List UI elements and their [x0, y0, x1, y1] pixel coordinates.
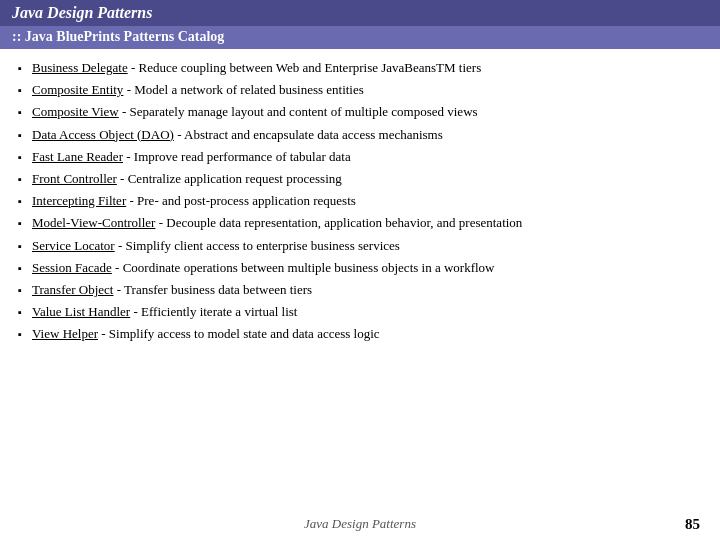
list-item: ▪View Helper - Simplify access to model …	[18, 325, 702, 343]
list-item: ▪Service Locator - Simplify client acces…	[18, 237, 702, 255]
bullet-icon: ▪	[18, 194, 32, 209]
item-text: Fast Lane Reader - Improve read performa…	[32, 148, 702, 166]
footer-text: Java Design Patterns	[304, 516, 416, 532]
bullet-icon: ▪	[18, 216, 32, 231]
item-text: Front Controller - Centralize applicatio…	[32, 170, 702, 188]
pattern-desc: - Abstract and encapsulate data access m…	[174, 127, 443, 142]
list-item: ▪Session Facade - Coordinate operations …	[18, 259, 702, 277]
bullet-icon: ▪	[18, 327, 32, 342]
pattern-desc: - Simplify client access to enterprise b…	[115, 238, 400, 253]
header-subtitle: :: Java BluePrints Patterns Catalog	[12, 29, 224, 44]
pattern-desc: - Model a network of related business en…	[123, 82, 363, 97]
bullet-icon: ▪	[18, 172, 32, 187]
bullet-icon: ▪	[18, 283, 32, 298]
list-item: ▪Composite View - Separately manage layo…	[18, 103, 702, 121]
content: ▪Business Delegate - Reduce coupling bet…	[0, 49, 720, 353]
list-item: ▪Intercepting Filter - Pre- and post-pro…	[18, 192, 702, 210]
pattern-link[interactable]: Front Controller	[32, 171, 117, 186]
item-text: Composite Entity - Model a network of re…	[32, 81, 702, 99]
bullet-icon: ▪	[18, 150, 32, 165]
list-item: ▪Front Controller - Centralize applicati…	[18, 170, 702, 188]
item-text: Model-View-Controller - Decouple data re…	[32, 214, 702, 232]
item-text: Composite View - Separately manage layou…	[32, 103, 702, 121]
pattern-link[interactable]: Model-View-Controller	[32, 215, 155, 230]
item-text: Business Delegate - Reduce coupling betw…	[32, 59, 702, 77]
item-text: Service Locator - Simplify client access…	[32, 237, 702, 255]
pattern-link[interactable]: Service Locator	[32, 238, 115, 253]
pattern-link[interactable]: Composite Entity	[32, 82, 123, 97]
pattern-link[interactable]: Transfer Object	[32, 282, 113, 297]
pattern-link[interactable]: Composite View	[32, 104, 119, 119]
list-item: ▪Data Access Object (DAO) - Abstract and…	[18, 126, 702, 144]
list-item: ▪Fast Lane Reader - Improve read perform…	[18, 148, 702, 166]
item-text: Value List Handler - Efficiently iterate…	[32, 303, 702, 321]
item-text: View Helper - Simplify access to model s…	[32, 325, 702, 343]
bullet-icon: ▪	[18, 61, 32, 76]
pattern-link[interactable]: Data Access Object (DAO)	[32, 127, 174, 142]
bullet-icon: ▪	[18, 105, 32, 120]
header-sub: :: Java BluePrints Patterns Catalog	[0, 26, 720, 49]
bullet-icon: ▪	[18, 128, 32, 143]
item-text: Session Facade - Coordinate operations b…	[32, 259, 702, 277]
footer-page: 85	[685, 516, 700, 533]
bullet-icon: ▪	[18, 83, 32, 98]
pattern-desc: - Reduce coupling between Web and Enterp…	[128, 60, 482, 75]
bullet-icon: ▪	[18, 239, 32, 254]
header-top: Java Design Patterns	[0, 0, 720, 26]
pattern-link[interactable]: Value List Handler	[32, 304, 130, 319]
list-item: ▪Transfer Object - Transfer business dat…	[18, 281, 702, 299]
list-item: ▪Composite Entity - Model a network of r…	[18, 81, 702, 99]
header-title: Java Design Patterns	[12, 4, 152, 21]
pattern-desc: - Centralize application request process…	[117, 171, 342, 186]
pattern-desc: - Simplify access to model state and dat…	[98, 326, 380, 341]
pattern-desc: - Transfer business data between tiers	[113, 282, 312, 297]
pattern-link[interactable]: Intercepting Filter	[32, 193, 126, 208]
footer: Java Design Patterns 85	[0, 516, 720, 532]
pattern-desc: - Efficiently iterate a virtual list	[130, 304, 297, 319]
pattern-desc: - Coordinate operations between multiple…	[112, 260, 495, 275]
pattern-link[interactable]: Session Facade	[32, 260, 112, 275]
pattern-desc: - Improve read performance of tabular da…	[123, 149, 351, 164]
pattern-link[interactable]: Fast Lane Reader	[32, 149, 123, 164]
item-text: Data Access Object (DAO) - Abstract and …	[32, 126, 702, 144]
bullet-icon: ▪	[18, 305, 32, 320]
pattern-desc: - Pre- and post-process application requ…	[126, 193, 356, 208]
pattern-link[interactable]: View Helper	[32, 326, 98, 341]
item-text: Intercepting Filter - Pre- and post-proc…	[32, 192, 702, 210]
list-item: ▪Model-View-Controller - Decouple data r…	[18, 214, 702, 232]
bullet-icon: ▪	[18, 261, 32, 276]
pattern-link[interactable]: Business Delegate	[32, 60, 128, 75]
item-text: Transfer Object - Transfer business data…	[32, 281, 702, 299]
list-item: ▪Business Delegate - Reduce coupling bet…	[18, 59, 702, 77]
pattern-desc: - Separately manage layout and content o…	[119, 104, 478, 119]
list-item: ▪Value List Handler - Efficiently iterat…	[18, 303, 702, 321]
pattern-desc: - Decouple data representation, applicat…	[155, 215, 522, 230]
